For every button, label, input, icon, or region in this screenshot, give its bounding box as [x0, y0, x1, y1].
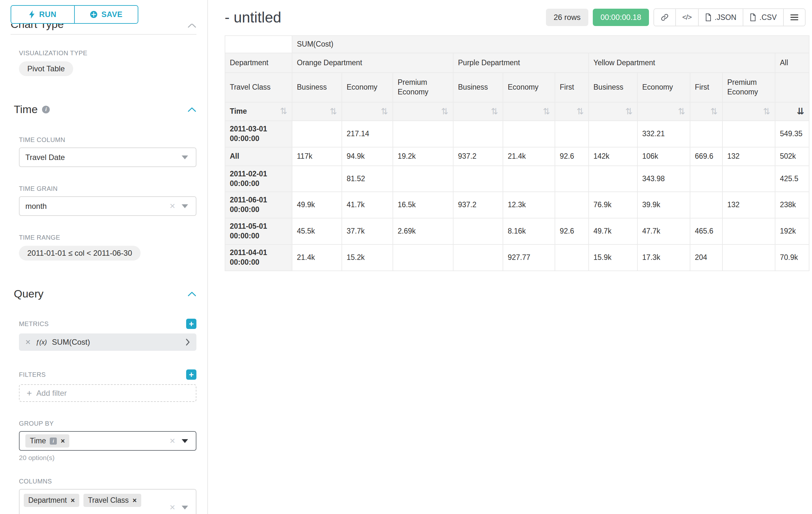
sort-cell: ⇅ [593, 107, 633, 116]
selected-chip[interactable]: Timei× [25, 434, 69, 448]
pivot-corner-cell [225, 36, 292, 53]
add-filter-plus-button[interactable]: + [186, 370, 196, 380]
pivot-cell [393, 166, 453, 192]
columns-select[interactable]: Department×Travel Class× × [19, 489, 196, 514]
info-icon: i [42, 106, 50, 113]
sort-icon[interactable]: ⇅ [625, 107, 633, 116]
pivot-cell [722, 218, 775, 244]
pivot-class-header: Economy [342, 73, 393, 102]
sort-icon[interactable]: ⇅ [678, 107, 685, 116]
pivot-cell: 142k [589, 147, 637, 166]
sort-icon[interactable]: ⇅ [576, 107, 584, 116]
pivot-sort-header: ⇅ [342, 102, 393, 121]
sort-icon[interactable]: ⇅ [329, 107, 337, 116]
sort-cell: ⇅ [695, 107, 718, 116]
pivot-cell [453, 218, 503, 244]
sort-icon[interactable]: ⇅ [710, 107, 718, 116]
remove-chip-icon[interactable]: × [133, 496, 137, 505]
clear-icon[interactable]: × [170, 436, 175, 445]
sort-icon[interactable]: ⇅ [543, 107, 550, 116]
chart-header: - untitled 26 rows 00:00:00.18 </> .JSON [208, 0, 812, 26]
chart-title[interactable]: - untitled [225, 9, 281, 26]
time-range-value[interactable]: 2011-01-01 ≤ col < 2011-06-30 [19, 246, 141, 261]
pivot-cell: 217.14 [342, 121, 393, 147]
pivot-cell [690, 166, 722, 192]
pivot-time-header: Time⇅ [225, 102, 292, 121]
pivot-cell [722, 166, 775, 192]
selected-chip[interactable]: Travel Class× [83, 494, 141, 507]
pivot-travel-class-label: Travel Class [225, 73, 292, 102]
time-section-title: Time [14, 103, 37, 116]
selected-chip[interactable]: Department× [24, 494, 79, 507]
sort-icon[interactable]: ⇅ [280, 107, 287, 116]
save-button-label: SAVE [102, 10, 123, 19]
remove-chip-icon[interactable]: × [70, 496, 75, 505]
pivot-department-row: DepartmentOrange DepartmentPurple Depart… [225, 53, 809, 73]
view-query-button[interactable]: </> [675, 9, 698, 26]
chevron-right-icon[interactable] [185, 338, 190, 346]
pivot-class-header: First [555, 73, 589, 102]
clear-icon[interactable]: × [170, 201, 175, 210]
pivot-sort-header: ⇅ [292, 102, 342, 121]
run-button-label: RUN [39, 10, 57, 19]
pivot-cell: 49.7k [589, 218, 637, 244]
pivot-sort-header: ⇅ [589, 102, 637, 121]
add-filter-button[interactable]: + Add filter [19, 384, 196, 402]
pivot-group-header: Purple Department [453, 53, 589, 73]
group-by-select[interactable]: Timei× × [19, 431, 196, 451]
save-button[interactable]: SAVE [75, 6, 138, 23]
pivot-department-label: Department [225, 53, 292, 73]
time-range-label: TIME RANGE [19, 234, 196, 241]
pivot-sort-header: ⇅ [393, 102, 453, 121]
pivot-sort-header: ⇅ [453, 102, 503, 121]
share-link-button[interactable] [654, 9, 675, 26]
pivot-table-container: SUM(Cost)DepartmentOrange DepartmentPurp… [225, 35, 812, 271]
pivot-cell [292, 166, 342, 192]
pivot-cell [292, 121, 342, 147]
pivot-cell: 37.7k [342, 218, 393, 244]
time-grain-select[interactable]: month × [19, 196, 196, 216]
add-metric-button[interactable]: + [186, 319, 196, 329]
pivot-cell [555, 166, 589, 192]
visualization-type-value[interactable]: Pivot Table [19, 61, 73, 76]
export-csv-button[interactable]: .CSV [743, 9, 783, 26]
pivot-data-row: 2011-02-01 00:00:0081.52343.98425.5 [225, 166, 809, 192]
sort-cell: ⇅ [508, 107, 550, 116]
sort-desc-icon[interactable]: ⇊ [797, 107, 804, 116]
time-grain-value: month [25, 202, 47, 211]
remove-metric-icon[interactable]: × [25, 337, 30, 347]
sort-icon[interactable]: ⇅ [381, 107, 388, 116]
pivot-class-header: Economy [637, 73, 690, 102]
run-button[interactable]: RUN [11, 6, 75, 23]
export-csv-label: .CSV [759, 13, 777, 22]
pivot-data-row: 2011-04-01 00:00:0021.4k15.2k927.7715.9k… [225, 244, 809, 271]
chevron-up-icon[interactable] [187, 107, 196, 112]
pivot-data-row: All117k94.9k19.2k937.221.4k92.6142k106k6… [225, 147, 809, 166]
pivot-cell [393, 244, 453, 271]
clear-icon[interactable]: × [170, 503, 175, 512]
pivot-sort-header: ⇅ [637, 102, 690, 121]
menu-button[interactable] [783, 9, 805, 26]
sort-icon[interactable]: ⇅ [763, 107, 770, 116]
bolt-icon [29, 10, 35, 19]
time-section-header[interactable]: Time i [14, 103, 196, 116]
export-json-button[interactable]: .JSON [698, 9, 743, 26]
pivot-class-header: Business [453, 73, 503, 102]
sort-icon[interactable]: ⇅ [441, 107, 448, 116]
time-column-select[interactable]: Travel Date [19, 147, 196, 167]
control-panel: RUN SAVE Chart Type VISUALIZATION TYPE P… [0, 0, 208, 514]
query-section-header[interactable]: Query [14, 288, 196, 300]
file-icon [750, 13, 756, 21]
export-json-label: .JSON [715, 13, 736, 22]
pivot-cell [453, 166, 503, 192]
sort-cell: ⇅ [560, 107, 584, 116]
function-icon: ƒ(x) [36, 339, 47, 346]
chevron-up-icon[interactable] [187, 24, 196, 30]
sort-icon[interactable]: ⇅ [491, 107, 498, 116]
pivot-cell: 49.9k [292, 192, 342, 218]
chevron-up-icon[interactable] [187, 291, 196, 297]
pivot-cell: 21.4k [503, 147, 555, 166]
remove-chip-icon[interactable]: × [61, 437, 65, 445]
metric-chip[interactable]: × ƒ(x) SUM(Cost) [19, 333, 196, 351]
pivot-cell: 132 [722, 192, 775, 218]
